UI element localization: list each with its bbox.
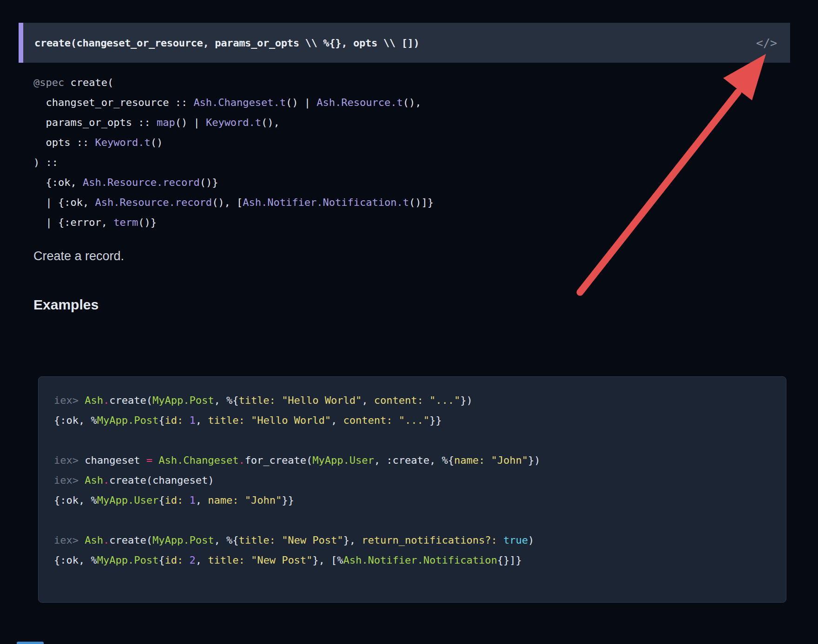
code-token-plain: create( bbox=[109, 534, 152, 546]
code-token-plain: }} bbox=[282, 494, 294, 506]
code-token-plain: ()} bbox=[138, 217, 157, 228]
code-token-plain: {}]} bbox=[497, 554, 522, 566]
code-token-plain: (), bbox=[403, 97, 422, 108]
code-token-type: term bbox=[113, 217, 138, 228]
code-token-operator: . bbox=[238, 454, 244, 466]
code-token-plain: { bbox=[158, 414, 165, 426]
code-line: ) :: bbox=[33, 152, 434, 172]
code-token-boolean: true bbox=[503, 534, 528, 546]
code-token-plain: }, bbox=[343, 534, 362, 546]
code-token-plain bbox=[183, 494, 189, 506]
code-token-module: Ash bbox=[85, 394, 103, 406]
code-token-module: MyApp.Post bbox=[97, 554, 158, 566]
code-token-plain bbox=[485, 454, 491, 466]
code-token-plain bbox=[245, 414, 251, 426]
code-token-prompt: iex> bbox=[54, 394, 85, 406]
code-token-plain: }) bbox=[528, 454, 541, 466]
code-token-operator: = bbox=[146, 454, 152, 466]
code-token-plain: , %{ bbox=[214, 394, 238, 406]
code-token-number: 2 bbox=[189, 554, 195, 566]
code-token-string: content: bbox=[374, 394, 423, 406]
code-token-plain: (), [ bbox=[212, 197, 243, 208]
code-token-type: Ash.Resource.t bbox=[317, 97, 402, 108]
code-line: params_or_opts :: map() | Keyword.t(), bbox=[33, 112, 434, 132]
code-line: {:ok, Ash.Resource.record()} bbox=[33, 172, 434, 192]
code-token-plain bbox=[276, 534, 282, 546]
code-token-plain: {:ok, bbox=[33, 177, 83, 188]
code-token-plain: () | bbox=[286, 97, 317, 108]
code-token-plain: | {:ok, bbox=[33, 197, 95, 208]
code-line: iex> Ash.create(changeset) bbox=[54, 470, 777, 490]
code-token-string: "..." bbox=[429, 394, 460, 406]
code-token-plain bbox=[238, 494, 244, 506]
code-token-plain: (), bbox=[261, 117, 280, 128]
code-token-plain: }} bbox=[429, 414, 442, 426]
code-token-type: Ash.Notifier.Notification.t bbox=[243, 197, 409, 208]
code-token-plain: create( bbox=[109, 394, 152, 406]
code-line: iex> Ash.create(MyApp.Post, %{title: "He… bbox=[54, 390, 777, 410]
code-token-plain: , bbox=[196, 494, 208, 506]
code-token-plain: | {:error, bbox=[33, 217, 113, 228]
code-token-string: name: bbox=[208, 494, 238, 506]
code-token-string: "John" bbox=[491, 454, 528, 466]
code-line: iex> Ash.create(MyApp.Post, %{title: "Ne… bbox=[54, 530, 777, 550]
code-line bbox=[54, 430, 777, 450]
code-line: {:ok, %MyApp.Post{id: 2, title: "New Pos… bbox=[54, 550, 777, 570]
code-token-plain bbox=[393, 414, 399, 426]
code-token-plain: }) bbox=[460, 394, 473, 406]
code-token-plain: , bbox=[331, 414, 343, 426]
code-token-string: content: bbox=[343, 414, 393, 426]
code-token-plain: create(changeset) bbox=[109, 474, 214, 486]
code-token-plain: opts :: bbox=[33, 137, 95, 148]
code-token-string: "John" bbox=[245, 494, 282, 506]
code-token-plain: () | bbox=[175, 117, 206, 128]
code-token-plain: changeset bbox=[85, 454, 146, 466]
code-token-module: MyApp.Post bbox=[152, 534, 214, 546]
code-token-number: 1 bbox=[189, 414, 195, 426]
code-token-string: return_notifications?: bbox=[362, 534, 497, 546]
code-token-plain: for_create( bbox=[245, 454, 313, 466]
code-token-plain: { bbox=[158, 554, 165, 566]
code-token-string: title: bbox=[208, 414, 244, 426]
spec-block: @spec create( changset_or_resource :: As… bbox=[33, 72, 434, 232]
code-line: | {:ok, Ash.Resource.record(), [Ash.Noti… bbox=[33, 192, 434, 212]
view-source-icon[interactable]: </> bbox=[756, 36, 777, 50]
code-token-plain: {:ok, % bbox=[54, 414, 97, 426]
code-token-string: "Hello World" bbox=[282, 394, 362, 406]
code-token-module: Ash bbox=[85, 534, 103, 546]
code-line: {:ok, %MyApp.User{id: 1, name: "John"}} bbox=[54, 490, 777, 510]
code-token-prompt: iex> bbox=[54, 474, 85, 486]
code-token-plain: params_or_opts :: bbox=[33, 117, 157, 128]
code-token-prompt: iex> bbox=[54, 534, 85, 546]
code-token-string: "New Post" bbox=[251, 554, 312, 566]
code-token-plain: {:ok, % bbox=[54, 554, 97, 566]
code-token-plain bbox=[183, 414, 189, 426]
code-token-string: "New Post" bbox=[282, 534, 343, 546]
code-token-operator: . bbox=[103, 474, 109, 486]
code-token-plain: changset_or_resource :: bbox=[33, 97, 193, 108]
code-token-plain: , bbox=[196, 414, 208, 426]
code-token-plain bbox=[423, 394, 429, 406]
code-token-type: Ash.Resource.record bbox=[95, 197, 212, 208]
examples-heading: Examples bbox=[33, 297, 99, 313]
code-token-plain: create( bbox=[70, 77, 113, 88]
code-token-string: title: bbox=[238, 534, 275, 546]
code-token-plain: ) :: bbox=[33, 157, 58, 168]
code-token-string: "..." bbox=[399, 414, 429, 426]
code-line: @spec create( bbox=[33, 72, 434, 92]
code-token-module: Ash bbox=[85, 474, 103, 486]
code-line: changset_or_resource :: Ash.Changeset.t(… bbox=[33, 92, 434, 112]
function-signature: create(changeset_or_resource, params_or_… bbox=[34, 37, 420, 49]
code-token-type: Ash.Resource.record bbox=[83, 177, 200, 188]
code-token-plain: , bbox=[362, 394, 374, 406]
code-token-string: name: bbox=[454, 454, 485, 466]
code-token-plain: { bbox=[158, 494, 165, 506]
code-token-plain bbox=[276, 394, 282, 406]
code-token-string: title: bbox=[208, 554, 244, 566]
code-token-module: Ash.Notifier.Notification bbox=[343, 554, 497, 566]
page-root: { "function_header": { "signature": "cre… bbox=[0, 0, 818, 644]
code-token-type: map bbox=[157, 117, 175, 128]
code-token-string: "Hello World" bbox=[251, 414, 331, 426]
code-line: {:ok, %MyApp.Post{id: 1, title: "Hello W… bbox=[54, 410, 777, 430]
code-line: opts :: Keyword.t() bbox=[33, 132, 434, 152]
